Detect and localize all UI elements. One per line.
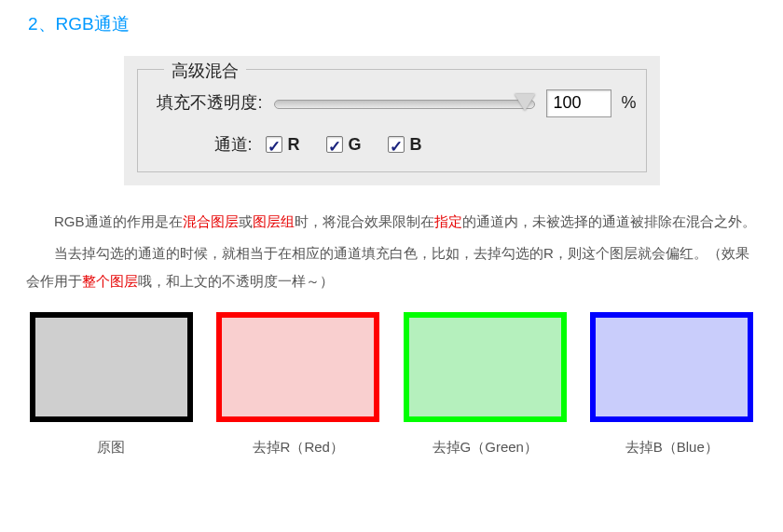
swatch-b-box	[590, 312, 753, 422]
channel-r-item[interactable]: R	[266, 130, 300, 159]
checkbox-r-icon[interactable]	[266, 136, 282, 153]
channel-g-item[interactable]: G	[326, 130, 362, 159]
p1-r3: 指定	[434, 213, 462, 229]
swatch-original-box	[30, 312, 193, 422]
channel-b-item[interactable]: B	[388, 130, 422, 159]
opacity-slider[interactable]	[274, 94, 536, 113]
swatch-remove-b: 去掉B（Blue）	[587, 312, 758, 459]
checkbox-b-icon[interactable]	[388, 136, 405, 153]
swatches-row: 原图 去掉R（Red） 去掉G（Green） 去掉B（Blue）	[26, 312, 757, 459]
p1-t2: 或	[239, 213, 253, 229]
p2-r1: 整个图层	[82, 273, 138, 289]
panel-wrapper: 高级混合 填充不透明度: % 通道: R	[26, 56, 757, 185]
channel-b-label: B	[410, 130, 422, 159]
swatch-r-box	[216, 312, 379, 422]
advanced-blend-fieldset: 高级混合 填充不透明度: % 通道: R	[137, 69, 647, 172]
paragraph-2: 当去掉勾选的通道的时候，就相当于在相应的通道填充白色，比如，去掉勾选的R，则这个…	[26, 239, 757, 295]
p1-t4: 的通道内，未被选择的通道被排除在混合之外。	[462, 213, 756, 229]
advanced-blend-panel: 高级混合 填充不透明度: % 通道: R	[124, 56, 660, 185]
p1-t1: RGB通道的作用是在	[54, 213, 183, 229]
channel-label: 通道:	[214, 130, 253, 159]
slider-thumb-icon[interactable]	[515, 94, 535, 111]
p1-r2: 图层组	[253, 213, 295, 229]
opacity-label: 填充不透明度:	[151, 89, 263, 117]
p2-t2: 哦，和上文的不透明度一样～）	[138, 273, 334, 289]
swatch-remove-g: 去掉G（Green）	[400, 312, 570, 459]
swatch-g-box	[404, 312, 567, 422]
slider-track	[274, 100, 536, 109]
swatch-original-caption: 原图	[97, 435, 125, 459]
channel-checkbox-group: R G B	[266, 130, 422, 159]
channel-row: 通道: R G B	[214, 130, 637, 159]
checkbox-g-icon[interactable]	[326, 136, 343, 153]
channel-r-label: R	[288, 130, 300, 159]
percent-label: %	[621, 89, 636, 117]
swatch-b-caption: 去掉B（Blue）	[625, 435, 719, 459]
p1-t3: 时，将混合效果限制在	[295, 213, 434, 229]
section-title: 2、RGB通道	[28, 9, 757, 39]
p1-r1: 混合图层	[183, 213, 239, 229]
opacity-input[interactable]	[546, 89, 611, 117]
swatch-r-caption: 去掉R（Red）	[253, 435, 344, 459]
channel-g-label: G	[349, 130, 362, 159]
opacity-row: 填充不透明度: %	[151, 89, 637, 117]
swatch-remove-r: 去掉R（Red）	[213, 312, 384, 459]
paragraph-1: RGB通道的作用是在混合图层或图层组时，将混合效果限制在指定的通道内，未被选择的…	[26, 208, 757, 236]
fieldset-legend: 高级混合	[164, 57, 246, 86]
swatch-original: 原图	[26, 312, 197, 459]
swatch-g-caption: 去掉G（Green）	[433, 435, 538, 459]
